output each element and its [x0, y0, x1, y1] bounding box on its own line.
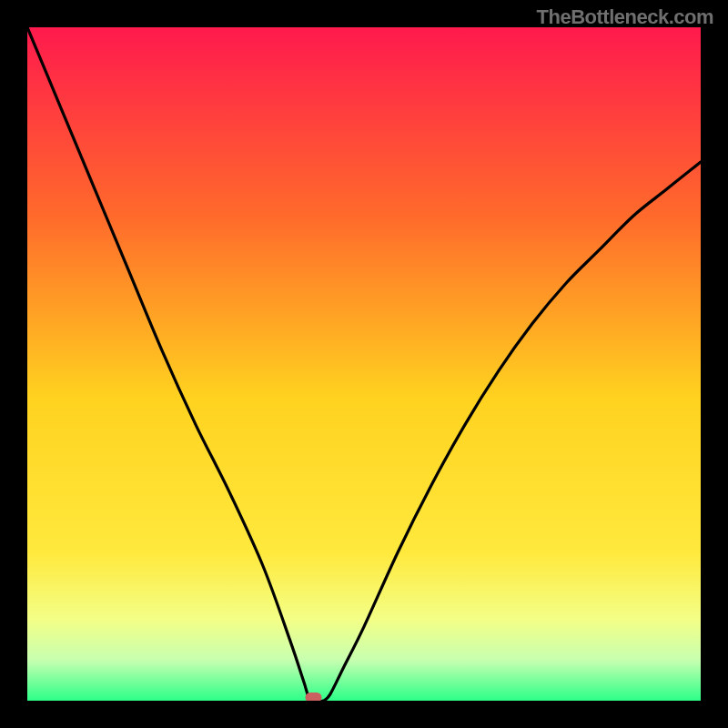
plot-area [27, 27, 701, 701]
gradient-background [27, 27, 701, 701]
min-point-marker [306, 693, 322, 701]
chart-svg [27, 27, 701, 701]
chart-container: TheBottleneck.com [0, 0, 728, 728]
watermark-text: TheBottleneck.com [537, 5, 713, 29]
